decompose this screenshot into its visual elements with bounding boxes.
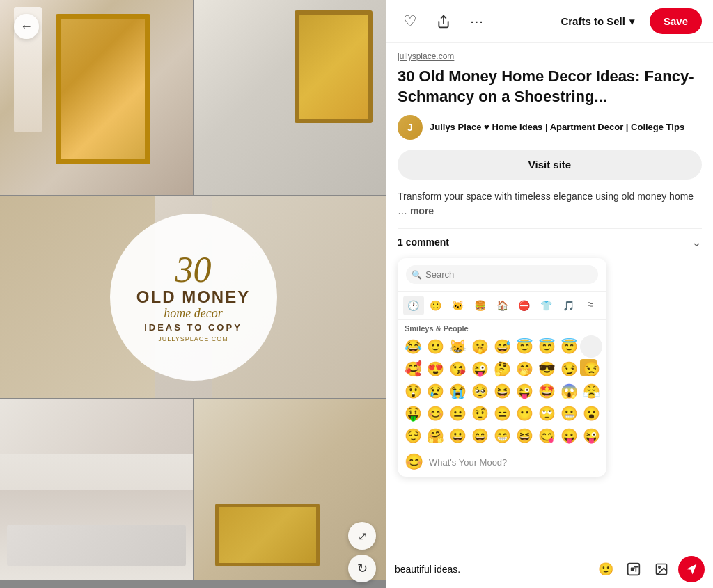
image-collage-panel: ← 30 OLD MONEY home decor IDEAS TO COPY … [0,0,386,588]
emoji-cat-food[interactable]: 🍔 [469,296,490,315]
emoji-item[interactable]: 😘 [446,358,469,380]
emoji-item[interactable]: 😊 [424,402,446,424]
visit-site-button[interactable]: Visit site [398,150,702,180]
emoji-mood-row: 😊 What's Your Mood? [398,447,606,477]
emoji-item[interactable]: 😒 [580,358,602,380]
refresh-button[interactable]: ↻ [348,555,376,582]
emoji-cat-places[interactable]: 🏠 [492,296,512,315]
pin-title: 30 Old Money Home Decor Ideas: Fancy-Sch… [398,67,702,106]
emoji-item[interactable]: 😶 [513,402,535,424]
emoji-item[interactable]: 😀 [446,424,469,447]
emoji-item[interactable]: 😌 [402,424,424,447]
emoji-item[interactable]: 😋 [535,424,558,447]
emoji-item[interactable]: 😄 [469,424,491,447]
emoji-cat-smileys[interactable]: 🙂 [425,296,446,315]
author-name: Jullys Place ♥ Home Ideas | Apartment De… [430,122,684,133]
save-button[interactable]: Save [650,8,702,34]
emoji-item[interactable] [580,335,602,358]
emoji-item[interactable]: 😭 [446,380,469,402]
emoji-item[interactable]: 😇 [558,335,580,358]
more-link[interactable]: more [410,205,434,216]
emoji-item[interactable]: 🤫 [469,335,491,358]
emoji-item[interactable]: 😜 [513,380,535,402]
emoji-item[interactable]: 😬 [558,402,580,424]
refresh-icon: ↻ [357,561,368,576]
emoji-item[interactable]: 😅 [491,335,513,358]
collage-grid: 30 OLD MONEY home decor IDEAS TO COPY JU… [0,0,386,588]
back-button[interactable]: ← [14,14,39,39]
emoji-item[interactable]: 🤨 [469,402,491,424]
heart-button[interactable]: ♡ [398,9,423,34]
bottom-input-area: 🙂 [386,550,713,588]
back-icon: ← [20,19,33,34]
emoji-item[interactable]: 😂 [402,335,424,358]
circle-number: 30 [175,252,212,288]
share-icon [437,15,450,29]
emoji-item[interactable]: 😏 [558,358,580,380]
emoji-item[interactable]: 🤗 [424,424,446,447]
emoji-icon: 🙂 [598,562,613,577]
emoji-item[interactable]: 😛 [558,424,580,447]
emoji-item[interactable]: 😇 [535,335,558,358]
comments-chevron-icon: ⌄ [691,235,702,250]
emoji-item[interactable]: 😱 [558,380,580,402]
emoji-item[interactable]: 😤 [580,380,602,402]
emoji-item[interactable]: 🤔 [491,358,513,380]
emoji-item[interactable]: 😍 [424,358,446,380]
emoji-grid: 😂 🙂 😸 🤫 😅 😇 😇 😇 🥰 😍 😘 😜 🤔 [398,335,606,447]
emoji-cat-symbols[interactable]: ⛔ [514,296,535,315]
emoji-item[interactable]: 😇 [513,335,535,358]
emoji-item[interactable]: 😆 [513,424,535,447]
emoji-item[interactable]: 😜 [469,358,491,380]
expand-button[interactable]: ⤢ [348,522,376,550]
emoji-item[interactable]: 😐 [446,402,469,424]
emoji-item[interactable]: 🥰 [402,358,424,380]
photo-button[interactable] [650,558,673,580]
send-button[interactable] [678,556,705,582]
emoji-item[interactable]: 😑 [491,402,513,424]
emoji-search-input[interactable] [406,265,598,284]
emoji-cat-recent[interactable]: 🕐 [403,296,424,315]
photo-icon [655,562,668,576]
emoji-cat-flags[interactable]: 🏳 [580,296,601,315]
emoji-item[interactable]: 🙂 [424,335,446,358]
emoji-item[interactable]: 😮 [580,402,602,424]
gif-button[interactable] [622,558,645,580]
emoji-item[interactable]: 🥺 [469,380,491,402]
emoji-search-bar: 🔍 [398,258,606,292]
collage-bottomleft [0,399,193,580]
expand-icon: ⤢ [358,530,367,543]
emoji-item[interactable]: 😲 [402,380,424,402]
emoji-item[interactable]: 🤭 [513,358,535,380]
comment-input[interactable] [395,561,589,578]
share-button[interactable] [431,9,456,34]
board-selector[interactable]: Crafts to Sell ▾ [554,11,641,31]
emoji-item[interactable]: 😆 [491,380,513,402]
author-avatar: J [398,115,423,140]
emoji-picker-container: 🔍 🕐 🙂 🐱 🍔 🏠 ⛔ 👕 🎵 🏳 [398,258,702,477]
emoji-cat-animals[interactable]: 🐱 [448,296,469,315]
comments-row[interactable]: 1 comment ⌄ [398,228,702,255]
collage-topright [194,0,387,195]
author-row: J Jullys Place ♥ Home Ideas | Apartment … [398,115,702,140]
emoji-item[interactable]: 🤑 [402,402,424,424]
board-name: Crafts to Sell [561,15,625,27]
emoji-cat-music[interactable]: 🎵 [558,296,579,315]
collage-bottomright [194,399,387,580]
emoji-item[interactable]: 😜 [580,424,602,447]
emoji-item[interactable]: 🤩 [535,380,558,402]
emoji-item[interactable]: 😸 [446,335,469,358]
emoji-item[interactable]: 😎 [535,358,558,380]
emoji-cat-clothing[interactable]: 👕 [536,296,557,315]
emoji-item[interactable]: 😁 [491,424,513,447]
emoji-button[interactable]: 🙂 [595,558,617,580]
emoji-picker: 🔍 🕐 🙂 🐱 🍔 🏠 ⛔ 👕 🎵 🏳 [398,258,606,477]
emoji-item[interactable]: 🙄 [535,402,558,424]
more-button[interactable]: ··· [464,9,489,34]
circle-line4: JULLYSPLACE.COM [158,335,228,342]
source-link[interactable]: jullysplace.com [398,51,702,61]
emoji-item[interactable]: 😢 [424,380,446,402]
comments-label: 1 comment [398,237,449,248]
svg-point-3 [659,566,661,569]
top-bar: ♡ ··· Crafts to Sell ▾ Save [386,0,713,43]
